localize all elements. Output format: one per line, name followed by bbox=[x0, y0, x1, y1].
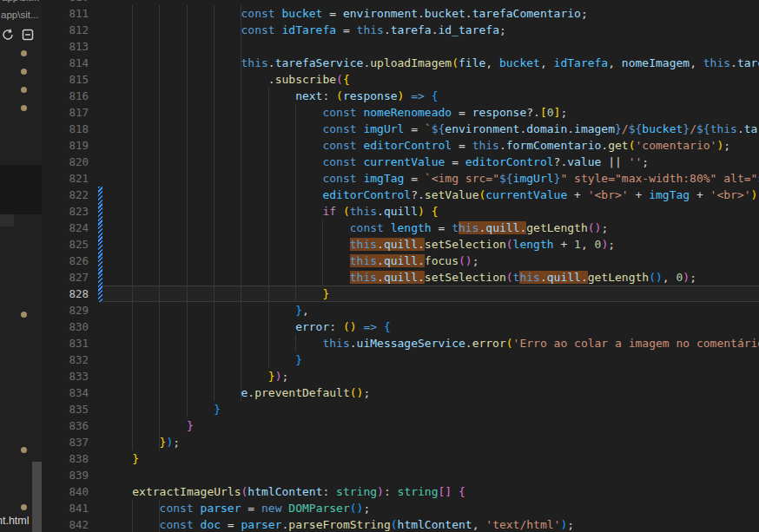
code-token: || bbox=[601, 155, 628, 168]
line-number: 824 bbox=[42, 220, 89, 236]
indent-guides bbox=[132, 55, 241, 71]
code-token: => bbox=[411, 89, 425, 102]
code-line[interactable]: 820const currentValue = editorControl?.v… bbox=[42, 154, 759, 170]
highlighted-token: his bbox=[459, 221, 478, 234]
code-token: } bbox=[683, 122, 690, 135]
code-token: ?. bbox=[411, 188, 425, 201]
line-number: 823 bbox=[42, 203, 89, 220]
code-line[interactable]: 838} bbox=[42, 450, 759, 467]
code-line[interactable]: 814this.tarefaService.uploadImagem(file,… bbox=[42, 55, 759, 71]
code-token: const bbox=[322, 122, 363, 135]
modified-file-dot[interactable] bbox=[21, 447, 27, 453]
code-line[interactable]: 826this.quill.focus(); bbox=[42, 253, 759, 269]
highlighted-token: . bbox=[418, 254, 425, 267]
code-token: = bbox=[241, 502, 261, 515]
code-token: , bbox=[472, 518, 486, 531]
code-line[interactable]: 812const idTarefa = this.tarefa.id_taref… bbox=[42, 22, 759, 38]
code-editor[interactable]: 810811const bucket = environment.bucket.… bbox=[42, 0, 759, 532]
sidebar-file-path[interactable]: app\sit... bbox=[1, 10, 42, 23]
code-line[interactable]: 822editorControl?.setValue(currentValue … bbox=[42, 187, 759, 203]
code-line[interactable]: 821const imgTag = `<img src="${imgUrl}" … bbox=[42, 170, 759, 187]
code-token: + bbox=[554, 238, 574, 251]
explorer-sidebar: app\sit... app\sit... nt.html bbox=[0, 0, 42, 532]
highlighted-token: . bbox=[418, 271, 425, 284]
code-token: ; bbox=[560, 106, 567, 119]
modified-file-dot[interactable] bbox=[21, 87, 27, 93]
code-line[interactable]: 819const editorControl = this.formComent… bbox=[42, 137, 759, 154]
code-line[interactable]: 830error: () => { bbox=[42, 319, 759, 335]
indent-guides bbox=[132, 154, 322, 170]
code-line[interactable]: 815.subscribe({ bbox=[42, 71, 759, 88]
indent-guides bbox=[132, 104, 322, 121]
code-line[interactable]: 833}); bbox=[42, 368, 759, 384]
code-line[interactable]: 837}); bbox=[42, 434, 759, 450]
line-number: 813 bbox=[42, 38, 89, 55]
modified-file-dot[interactable] bbox=[21, 312, 27, 318]
code-line[interactable]: 825this.quill.setSelection(length + 1, 0… bbox=[42, 236, 759, 253]
code-line[interactable]: 827this.quill.setSelection(this.quill.ge… bbox=[42, 269, 759, 286]
code-line[interactable]: 835} bbox=[42, 401, 759, 417]
code-token: this bbox=[357, 23, 384, 36]
code-token: ( bbox=[649, 271, 656, 284]
modified-file-dot[interactable] bbox=[21, 504, 27, 510]
code-line[interactable]: 811const bucket = environment.bucket.tar… bbox=[42, 5, 759, 22]
code-token: ; bbox=[690, 271, 696, 284]
code-token: const bbox=[350, 221, 391, 234]
code-token: ] bbox=[445, 485, 452, 498]
code-line[interactable]: 816next: (response) => { bbox=[42, 88, 759, 104]
code-token: . bbox=[601, 139, 608, 152]
code-token: file bbox=[459, 56, 485, 69]
modified-file-dot[interactable] bbox=[21, 69, 27, 75]
code-line-content: editorControl?.setValue(currentValue + '… bbox=[102, 187, 759, 203]
code-token: ) bbox=[350, 320, 357, 333]
code-line[interactable]: 813 bbox=[42, 38, 759, 55]
code-line-content: next: (response) => { bbox=[102, 88, 759, 104]
code-token: subscribe bbox=[275, 73, 336, 86]
line-number: 814 bbox=[42, 55, 89, 71]
code-line[interactable]: 831this.uiMessageService.error('Erro ao … bbox=[42, 335, 759, 351]
code-line[interactable]: 839 bbox=[42, 467, 759, 483]
code-line[interactable]: 829}, bbox=[42, 302, 759, 319]
code-token: = bbox=[452, 139, 472, 152]
code-token: environment bbox=[343, 7, 418, 20]
indent-guides bbox=[132, 384, 241, 401]
code-line[interactable]: 840extractImageUrls(htmlContent: string)… bbox=[42, 483, 759, 500]
code-token: tarefa bbox=[391, 23, 432, 36]
code-line[interactable]: 836} bbox=[42, 417, 759, 434]
code-token: = bbox=[221, 518, 241, 531]
code-token: ( bbox=[336, 89, 343, 102]
modified-file-dot[interactable] bbox=[21, 105, 27, 111]
code-line[interactable]: 824const length = this.quill.getLength()… bbox=[42, 220, 759, 236]
code-token: bucket bbox=[642, 122, 683, 135]
code-token: ; bbox=[723, 139, 730, 152]
code-line[interactable]: 834e.preventDefault(); bbox=[42, 384, 759, 401]
code-lines-container: 810811const bucket = environment.bucket.… bbox=[42, 0, 759, 532]
code-line[interactable]: 842const doc = parser.parseFromString(ht… bbox=[42, 516, 759, 532]
code-token: , bbox=[608, 56, 622, 69]
sidebar-hover-highlight bbox=[0, 214, 14, 227]
sidebar-clipped-row[interactable]: app\sit... bbox=[2, 0, 42, 6]
code-line[interactable]: 828} bbox=[42, 286, 759, 302]
code-token: ( bbox=[506, 271, 513, 284]
code-token: { bbox=[459, 485, 465, 498]
code-token: ( bbox=[506, 337, 513, 350]
code-token: . bbox=[465, 7, 472, 20]
highlighted-token: this bbox=[350, 271, 377, 284]
refresh-icon[interactable] bbox=[1, 28, 15, 42]
sidebar-file-label[interactable]: nt.html bbox=[0, 515, 35, 532]
modified-file-dot[interactable] bbox=[21, 50, 27, 56]
code-token: `<img src=" bbox=[425, 172, 499, 185]
code-token: const bbox=[241, 23, 282, 36]
code-line[interactable]: 823if (this.quill) { bbox=[42, 203, 759, 220]
line-number: 826 bbox=[42, 253, 89, 269]
code-token bbox=[425, 205, 432, 218]
collapse-all-icon[interactable] bbox=[21, 28, 35, 42]
code-line[interactable]: 832} bbox=[42, 351, 759, 368]
code-line[interactable]: 841const parser = new DOMParser(); bbox=[42, 500, 759, 516]
code-token: : bbox=[322, 485, 336, 498]
code-line[interactable]: 818const imgUrl = `${environment.domain.… bbox=[42, 121, 759, 137]
code-line[interactable]: 817const nomeRenomeado = response?.[0]; bbox=[42, 104, 759, 121]
line-number: 841 bbox=[42, 500, 89, 516]
line-number: 836 bbox=[42, 417, 89, 434]
code-token: this bbox=[322, 337, 349, 350]
